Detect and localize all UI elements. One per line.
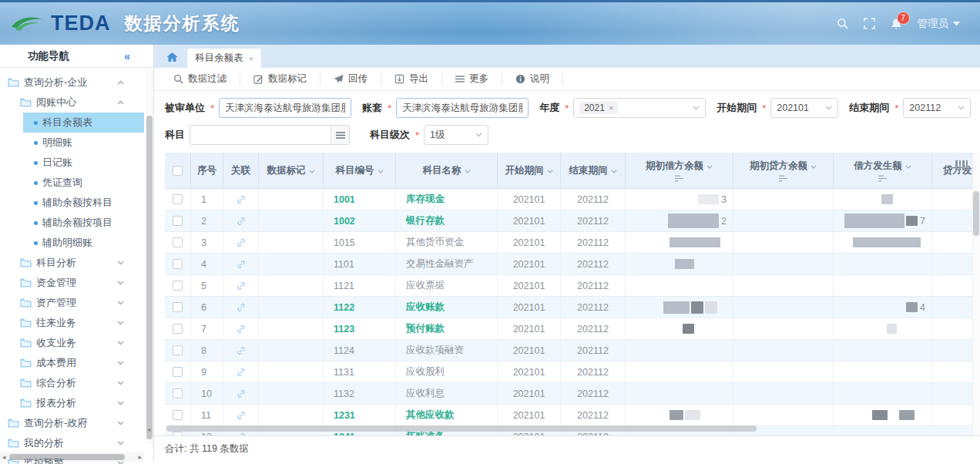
table-horizontal-scrollbar[interactable] xyxy=(166,425,757,432)
sum-icon[interactable] xyxy=(674,175,684,182)
table-row[interactable]: 41101交易性金融资产202101202112 xyxy=(165,254,980,275)
sidebar-item[interactable]: 辅助余额按科目 xyxy=(0,193,153,213)
link-icon[interactable] xyxy=(236,367,247,378)
table-vertical-scrollbar[interactable] xyxy=(972,153,980,435)
table-row[interactable]: 81124应收款项融资202101202112 xyxy=(165,340,980,361)
table-row[interactable]: 31015其他货币资金202101202112 xyxy=(165,232,980,254)
chevron-down-icon[interactable] xyxy=(117,381,124,385)
chevron-down-icon[interactable] xyxy=(117,281,124,285)
sum-icon[interactable] xyxy=(778,175,788,182)
unit-input[interactable] xyxy=(219,98,351,118)
link-icon[interactable] xyxy=(236,410,247,421)
sidebar-item[interactable]: 查询分析-企业 xyxy=(0,72,153,92)
row-checkbox[interactable] xyxy=(173,410,183,420)
sidebar-item[interactable]: 日记账 xyxy=(0,153,153,173)
scrollbar-thumb[interactable] xyxy=(146,116,153,439)
column-header-start[interactable]: 开始期间 xyxy=(498,153,561,188)
column-header-c2[interactable]: 期初贷方余额 xyxy=(733,153,834,188)
table-row[interactable]: 21002银行存款20210120211227 xyxy=(165,210,980,232)
row-checkbox[interactable] xyxy=(173,194,183,204)
sidebar-item[interactable]: 阅账中心 xyxy=(0,92,153,113)
row-checkbox[interactable] xyxy=(173,237,183,247)
sidebar-item[interactable]: 科目余额表 xyxy=(0,113,153,133)
toolbar-button-1[interactable]: 数据过滤 xyxy=(160,72,240,86)
row-checkbox[interactable] xyxy=(173,324,183,334)
sort-caret-icon[interactable] xyxy=(378,165,384,176)
chevron-up-icon[interactable] xyxy=(117,80,124,85)
chevron-down-icon[interactable] xyxy=(117,301,124,305)
toolbar-button-3[interactable]: 回传 xyxy=(321,72,381,86)
notification-bell-icon[interactable]: 7 xyxy=(891,18,902,30)
sidebar-item[interactable]: 资金管理 xyxy=(0,273,153,293)
sort-caret-icon[interactable] xyxy=(547,165,553,176)
table-row[interactable]: 71123预付账款202101202112 xyxy=(165,318,980,340)
row-checkbox[interactable] xyxy=(173,367,183,377)
fullscreen-icon[interactable] xyxy=(864,18,875,29)
sort-caret-icon[interactable] xyxy=(465,165,471,176)
sidebar-item[interactable]: 收支业务 xyxy=(0,333,153,353)
toolbar-button-6[interactable]: 说明 xyxy=(502,72,563,86)
table-row[interactable]: 111231其他应收款202101202112 xyxy=(165,405,980,426)
chevron-down-icon[interactable] xyxy=(117,341,124,345)
row-checkbox[interactable] xyxy=(173,216,183,226)
scroll-right-arrow-icon[interactable]: ► xyxy=(136,454,144,461)
subject-input[interactable] xyxy=(190,125,350,145)
chevron-down-icon[interactable] xyxy=(117,401,124,405)
link-icon[interactable] xyxy=(236,302,247,313)
sort-caret-icon[interactable] xyxy=(611,165,617,176)
sum-icon[interactable] xyxy=(878,175,888,182)
sidebar-item[interactable]: 明细账 xyxy=(0,133,153,153)
sidebar-item[interactable]: 辅助余额按项目 xyxy=(0,213,153,233)
user-menu[interactable]: 管理员 xyxy=(918,17,961,31)
end-period-select[interactable]: 202112 xyxy=(903,98,971,118)
chevron-down-icon[interactable] xyxy=(117,421,124,425)
sidebar-item[interactable]: 我的分析 xyxy=(0,433,153,453)
row-checkbox[interactable] xyxy=(173,302,183,312)
link-icon[interactable] xyxy=(236,432,247,436)
table-row[interactable]: 91131应收股利202101202112 xyxy=(165,361,980,383)
sort-caret-icon[interactable] xyxy=(309,165,315,176)
sidebar-item[interactable]: 报表分析 xyxy=(0,393,153,413)
row-checkbox[interactable] xyxy=(173,432,183,435)
column-header-link[interactable]: 关联 xyxy=(223,153,259,188)
column-header-mark[interactable]: 数据标记 xyxy=(259,153,324,188)
remove-tag-icon[interactable]: × xyxy=(609,103,613,113)
row-checkbox[interactable] xyxy=(173,281,183,291)
sort-caret-icon[interactable] xyxy=(811,160,817,171)
chevron-down-icon[interactable] xyxy=(117,441,124,446)
column-header-code[interactable]: 科目编号 xyxy=(324,153,396,188)
chevron-down-icon[interactable] xyxy=(117,321,124,325)
row-checkbox[interactable] xyxy=(173,345,183,355)
link-icon[interactable] xyxy=(236,388,247,399)
column-header-c1[interactable]: 期初借方余额 xyxy=(626,153,733,188)
table-row[interactable]: 101132应收利息202101202112 xyxy=(165,383,980,405)
sidebar-item[interactable]: 资产管理 xyxy=(0,293,153,313)
table-row[interactable]: 51121应收票据202101202112 xyxy=(165,275,980,297)
sort-caret-icon[interactable] xyxy=(905,160,911,171)
subject-level-select[interactable]: 1级 xyxy=(424,125,488,145)
link-icon[interactable] xyxy=(236,324,247,335)
sidebar-vertical-scrollbar[interactable]: ▼ xyxy=(146,69,153,445)
sidebar-item[interactable]: 辅助明细账 xyxy=(0,233,153,253)
chevron-down-icon[interactable] xyxy=(117,461,124,464)
sidebar-item[interactable]: 科目分析 xyxy=(0,253,153,273)
sidebar-collapse-icon[interactable]: « xyxy=(124,50,130,62)
scroll-down-arrow-icon[interactable]: ▼ xyxy=(146,427,153,434)
start-period-select[interactable]: 202101 xyxy=(770,98,838,118)
column-header-end[interactable]: 结束期间 xyxy=(561,153,626,188)
search-icon[interactable] xyxy=(837,18,848,29)
home-icon[interactable] xyxy=(166,52,178,62)
column-header-seq[interactable]: 序号 xyxy=(191,153,223,188)
column-header-cb[interactable] xyxy=(165,153,191,188)
chevron-down-icon[interactable] xyxy=(117,261,124,265)
row-checkbox[interactable] xyxy=(173,259,183,269)
toolbar-button-2[interactable]: 数据标记 xyxy=(240,72,321,86)
close-icon[interactable]: × xyxy=(249,54,253,63)
link-icon[interactable] xyxy=(236,345,247,356)
link-icon[interactable] xyxy=(236,237,247,248)
column-settings-icon[interactable] xyxy=(955,160,968,170)
chevron-down-icon[interactable] xyxy=(117,361,124,365)
sort-caret-icon[interactable] xyxy=(706,160,713,171)
link-icon[interactable] xyxy=(236,194,247,205)
scroll-left-arrow-icon[interactable]: ◄ xyxy=(0,454,8,461)
